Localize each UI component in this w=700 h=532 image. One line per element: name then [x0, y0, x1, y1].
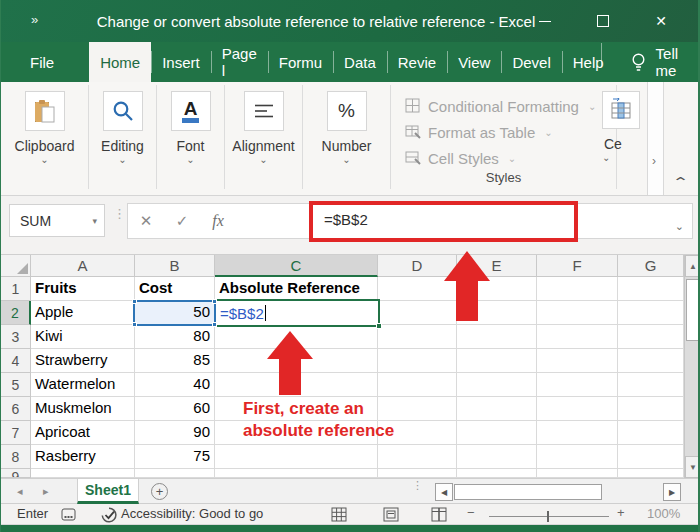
tab-file[interactable]: File: [19, 42, 65, 82]
row-header-7[interactable]: 7: [1, 421, 31, 445]
cell[interactable]: [457, 397, 537, 421]
cell[interactable]: [135, 469, 215, 478]
formula-bar-drag-dots[interactable]: ⋮: [113, 210, 126, 217]
cell[interactable]: [618, 421, 684, 445]
cell[interactable]: [31, 469, 135, 478]
cell[interactable]: [378, 325, 457, 349]
zoom-out-button[interactable]: −: [467, 505, 475, 520]
tab-review[interactable]: Revie: [387, 42, 447, 82]
cell[interactable]: [618, 349, 684, 373]
maximize-button[interactable]: [574, 0, 632, 42]
cell-b2[interactable]: 50: [135, 301, 215, 325]
row-header-1[interactable]: 1: [1, 277, 31, 301]
cell[interactable]: [457, 421, 537, 445]
cell[interactable]: [537, 469, 618, 478]
zoom-slider-track[interactable]: [489, 516, 609, 517]
macro-record-icon[interactable]: [61, 508, 76, 521]
cell[interactable]: [378, 301, 457, 325]
cell-b8[interactable]: 75: [135, 445, 215, 469]
group-clipboard[interactable]: Clipboard ⌄: [1, 85, 89, 189]
cell[interactable]: [215, 469, 378, 478]
row-header-2[interactable]: 2: [1, 301, 31, 325]
cell[interactable]: [457, 301, 537, 325]
cell[interactable]: [618, 397, 684, 421]
cell[interactable]: [378, 469, 457, 478]
column-header-a[interactable]: A: [31, 255, 135, 277]
cell[interactable]: [378, 277, 457, 301]
insert-function-icon[interactable]: fx: [200, 212, 236, 230]
cell-styles-button[interactable]: Cell Styles ⌄: [405, 145, 616, 171]
cell[interactable]: [537, 373, 618, 397]
tab-formulas[interactable]: Formu: [268, 42, 333, 82]
next-sheet-button[interactable]: ▸: [43, 485, 49, 498]
normal-view-button[interactable]: [331, 507, 347, 522]
close-button[interactable]: ✕: [632, 0, 690, 42]
cell[interactable]: [457, 325, 537, 349]
cell[interactable]: [378, 373, 457, 397]
cell[interactable]: [537, 277, 618, 301]
name-box-dropdown-icon[interactable]: ▾: [92, 216, 97, 226]
group-alignment[interactable]: Alignment ⌄: [225, 85, 303, 189]
cancel-icon[interactable]: ✕: [128, 212, 164, 230]
cell-b7[interactable]: 90: [135, 421, 215, 445]
column-header-e[interactable]: E: [457, 255, 537, 277]
cell[interactable]: [378, 445, 457, 469]
page-layout-view-button[interactable]: [383, 507, 399, 522]
tab-insert[interactable]: Insert: [151, 42, 211, 82]
zoom-in-button[interactable]: +: [617, 505, 625, 520]
format-as-table-button[interactable]: Format as Table ⌄: [405, 119, 616, 145]
cell-a5[interactable]: Watermelon: [31, 373, 135, 397]
cell[interactable]: [618, 301, 684, 325]
previous-sheet-button[interactable]: ◂: [17, 485, 23, 498]
tab-sheet1[interactable]: Sheet1: [77, 479, 139, 504]
tab-view[interactable]: View: [447, 42, 501, 82]
enter-check-icon[interactable]: ✓: [164, 212, 200, 230]
vertical-scroll-thumb[interactable]: [686, 279, 699, 341]
page-break-view-button[interactable]: [431, 507, 447, 522]
select-all-button[interactable]: [1, 255, 31, 277]
collapse-ribbon-button[interactable]: ⌄: [672, 174, 689, 189]
row-header-4[interactable]: 4: [1, 349, 31, 373]
scroll-left-button[interactable]: ◀: [435, 483, 453, 501]
cell-b5[interactable]: 40: [135, 373, 215, 397]
cell-a7[interactable]: Apricoat: [31, 421, 135, 445]
tab-home[interactable]: Home: [89, 42, 151, 82]
zoom-level[interactable]: 100%: [647, 506, 680, 521]
tab-page-layout[interactable]: Page l: [211, 42, 268, 82]
tab-help[interactable]: Help: [562, 42, 615, 82]
cell-a2[interactable]: Apple: [31, 301, 135, 325]
new-sheet-button[interactable]: +: [151, 483, 168, 500]
cell[interactable]: [215, 445, 378, 469]
cell[interactable]: [537, 349, 618, 373]
ribbon-scroll-strip[interactable]: ›: [647, 82, 664, 195]
cell[interactable]: [537, 421, 618, 445]
cell[interactable]: [457, 373, 537, 397]
active-cell-editor-c2[interactable]: =$B$2: [214, 299, 380, 327]
row-header-5[interactable]: 5: [1, 373, 31, 397]
column-header-g[interactable]: G: [618, 255, 684, 277]
zoom-slider-handle[interactable]: [547, 511, 549, 522]
tell-me-button[interactable]: Tell me: [615, 45, 679, 79]
formula-input[interactable]: =$B$2: [324, 211, 368, 228]
cell[interactable]: [537, 445, 618, 469]
group-number[interactable]: % Number ⌄: [303, 85, 391, 189]
group-cells[interactable]: Ce ⌄: [602, 85, 646, 163]
horizontal-scroll-thumb[interactable]: [454, 484, 602, 500]
cell-a4[interactable]: Strawberry: [31, 349, 135, 373]
cell[interactable]: [618, 469, 684, 478]
cell[interactable]: [457, 445, 537, 469]
accessibility-status[interactable]: Accessibility: Good to go: [121, 506, 263, 521]
conditional-formatting-button[interactable]: Conditional Formatting ⌄: [405, 93, 616, 119]
tab-developer[interactable]: Devel: [501, 42, 561, 82]
cell[interactable]: [537, 325, 618, 349]
cell-a1[interactable]: Fruits: [31, 277, 135, 301]
group-font[interactable]: A Font ⌄: [157, 85, 225, 189]
expand-formula-bar-icon[interactable]: ⌄: [675, 220, 684, 233]
cell-a3[interactable]: Kiwi: [31, 325, 135, 349]
cell[interactable]: [618, 373, 684, 397]
cell-b6[interactable]: 60: [135, 397, 215, 421]
quick-access-icon[interactable]: »: [31, 12, 36, 27]
scroll-right-button[interactable]: ▶: [663, 483, 681, 501]
name-box[interactable]: SUM ▾: [9, 204, 105, 237]
column-header-c[interactable]: C: [215, 255, 378, 277]
